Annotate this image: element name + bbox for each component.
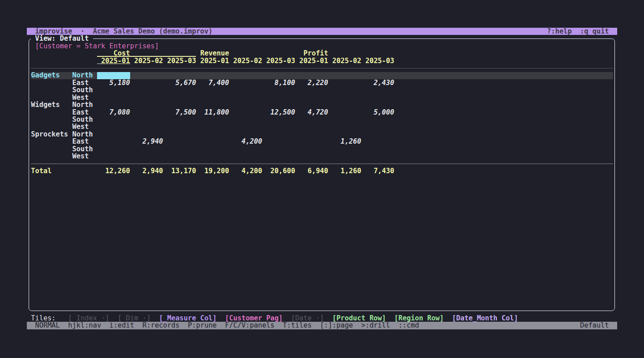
month-header[interactable]: 2025-02 [134, 57, 163, 64]
month-header[interactable]: 2025-01 [299, 57, 328, 64]
value-cell[interactable]: 1,260 [341, 138, 361, 145]
month-header[interactable]: 2025-02 [233, 57, 263, 64]
month-header[interactable]: 2025-03 [266, 57, 295, 64]
value-cell[interactable]: 2,220 [308, 79, 328, 86]
total-value: 13,170 [171, 167, 196, 175]
selected-column-underline-lead [97, 64, 101, 64]
value-cell[interactable]: 4,720 [308, 109, 328, 116]
key-hint: [:]:page [320, 322, 353, 329]
region-label[interactable]: West [72, 123, 89, 130]
region-label[interactable]: West [72, 94, 89, 101]
value-cell[interactable]: 4,200 [242, 138, 262, 145]
quit-hint: :q quit [580, 28, 609, 35]
product-label[interactable]: Widgets [31, 101, 60, 108]
total-value: 1,260 [341, 167, 361, 175]
value-cell[interactable]: 7,500 [175, 109, 196, 116]
tile-date[interactable]: [Date ·] [291, 315, 324, 322]
region-label[interactable]: South [72, 145, 93, 153]
region-label[interactable]: East [72, 79, 89, 86]
tile-customer[interactable]: [Customer Pag] [225, 315, 283, 322]
total-value: 7,430 [373, 167, 394, 175]
month-header[interactable]: 2025-03 [167, 57, 196, 64]
view-title: View: Default [31, 35, 93, 42]
tile-region[interactable]: [Region Row] [394, 315, 444, 322]
total-value: 20,600 [271, 167, 295, 175]
value-cell[interactable]: 2,940 [142, 138, 163, 145]
total-value: 2,940 [142, 167, 163, 175]
region-label[interactable]: North [72, 72, 93, 79]
page-filter[interactable]: [Customer = Stark Enterprises] [35, 43, 159, 50]
terminal-screen: improvise·Acme Sales Demo (demo.improv)?… [0, 0, 644, 358]
region-label[interactable]: East [72, 109, 89, 116]
key-hint: P:prune [188, 322, 217, 329]
region-label[interactable]: North [72, 101, 93, 108]
measure-header-revenue[interactable]: Revenue [200, 50, 229, 57]
key-hint: F/C/V:panels [225, 322, 275, 329]
value-cell[interactable]: 8,100 [275, 79, 295, 86]
measure-header-cost[interactable]: Cost [114, 50, 130, 57]
value-cell[interactable]: 11,800 [204, 109, 229, 116]
key-hint: i:edit [110, 322, 134, 329]
help-hint: ?:help [547, 28, 572, 35]
region-label[interactable]: West [72, 153, 89, 160]
value-cell[interactable]: 5,670 [175, 79, 196, 86]
product-label[interactable]: Gadgets [31, 72, 60, 79]
key-hint: R:records [142, 322, 179, 329]
key-hint: >:drill [361, 322, 390, 329]
tile-product[interactable]: [Product Row] [332, 315, 386, 322]
region-label[interactable]: North [72, 131, 93, 138]
value-cell[interactable]: 5,180 [110, 79, 130, 86]
tile-_dim[interactable]: [_Dim ·] [118, 315, 151, 322]
key-hint: hjkl:nav [68, 322, 101, 329]
product-label[interactable]: Sprockets [31, 131, 68, 138]
key-hint: ::cmd [398, 322, 419, 329]
tile-_index[interactable]: [_Index ·] [68, 315, 109, 322]
tile-_measure[interactable]: [_Measure Col] [159, 315, 216, 322]
total-label: Total [31, 167, 51, 175]
total-value: 19,200 [204, 167, 229, 175]
value-cell[interactable]: 7,080 [110, 109, 130, 116]
selected-cell-cursor[interactable] [97, 72, 130, 79]
value-cell[interactable]: 12,500 [271, 109, 295, 116]
region-label[interactable]: South [72, 86, 93, 94]
mode-indicator: NORMAL [35, 322, 59, 329]
key-hint: T:tiles [283, 322, 312, 329]
total-value: 6,940 [308, 167, 328, 175]
region-label[interactable]: East [72, 138, 89, 145]
region-label[interactable]: South [72, 116, 93, 123]
tiles-label: Tiles: [31, 315, 55, 322]
tile-date_month[interactable]: [Date_Month Col] [452, 315, 518, 322]
document-title: Acme Sales Demo (demo.improv) [93, 28, 213, 35]
total-separator-line [31, 163, 613, 164]
value-cell[interactable]: 5,000 [373, 109, 394, 116]
value-cell[interactable]: 7,400 [208, 79, 229, 86]
measure-header-profit[interactable]: Profit [303, 50, 328, 57]
header-separator-line [31, 68, 613, 68]
month-header[interactable]: 2025-01 [101, 57, 130, 64]
month-header[interactable]: 2025-01 [200, 57, 229, 64]
separator-dot: · [80, 28, 85, 35]
month-header[interactable]: 2025-03 [365, 57, 394, 64]
value-cell[interactable]: 2,430 [373, 79, 394, 86]
total-value: 12,260 [105, 167, 130, 175]
total-value: 4,200 [242, 167, 262, 175]
app-name: improvise [35, 28, 72, 35]
statusbar-view-name: Default [580, 322, 609, 329]
month-header[interactable]: 2025-02 [332, 57, 361, 64]
